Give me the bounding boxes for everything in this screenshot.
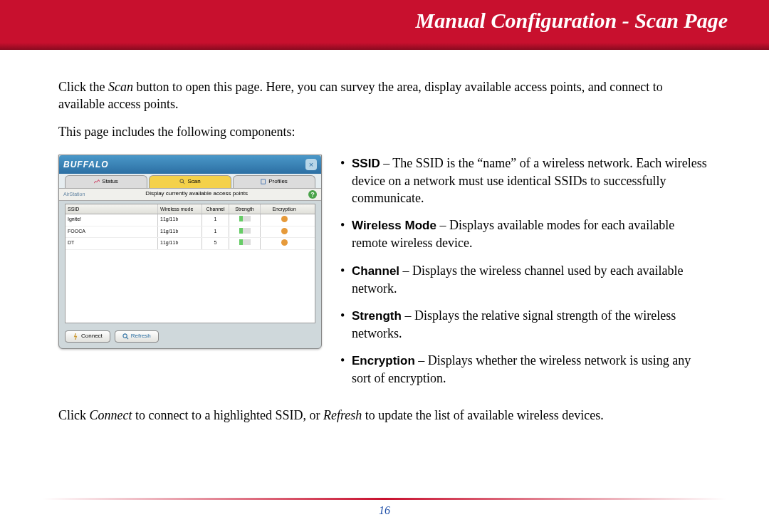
col-strength[interactable]: Strength bbox=[229, 204, 261, 214]
cell-channel: 5 bbox=[202, 238, 229, 249]
tab-scan[interactable]: Scan bbox=[149, 175, 231, 188]
table-row[interactable]: Ignite! 11g/11b 1 bbox=[66, 214, 315, 226]
signal-icon bbox=[239, 239, 251, 245]
bullet-strength: Strength – Displays the relative signal … bbox=[340, 307, 711, 342]
definition-list: SSID – The SSID is the “name” of a wirel… bbox=[340, 155, 711, 397]
cell-strength bbox=[229, 238, 261, 249]
cell-mode: 11g/11b bbox=[158, 214, 202, 225]
text: to update the list of available wireless… bbox=[362, 408, 603, 422]
text: to connect to a highlighted SSID, or bbox=[132, 408, 323, 422]
scan-word: Scan bbox=[108, 80, 133, 94]
tab-status[interactable]: Status bbox=[65, 175, 147, 188]
cell-ssid: FOOCA bbox=[66, 226, 158, 237]
bullet-channel: Channel – Displays the wireless channel … bbox=[340, 262, 711, 297]
table-row[interactable]: FOOCA 11g/11b 1 bbox=[66, 226, 315, 238]
signal-icon bbox=[239, 216, 251, 221]
outro-paragraph: Click Connect to connect to a highlighte… bbox=[58, 407, 711, 424]
term: Channel bbox=[352, 264, 399, 278]
term: SSID bbox=[352, 157, 380, 170]
lock-icon bbox=[281, 228, 288, 234]
text: button to open this page. Here, you can … bbox=[58, 80, 663, 111]
header-divider bbox=[0, 43, 769, 50]
close-icon[interactable]: × bbox=[305, 159, 317, 170]
cell-mode: 11g/11b bbox=[158, 226, 202, 237]
page-header: Manual Configuration - Scan Page bbox=[0, 0, 769, 43]
help-icon[interactable]: ? bbox=[308, 190, 317, 199]
window-titlebar: BUFFALO × bbox=[59, 155, 321, 174]
cell-encryption bbox=[261, 238, 308, 249]
cell-ssid: Ignite! bbox=[66, 214, 158, 225]
tab-label: Status bbox=[102, 178, 118, 186]
cell-channel: 1 bbox=[202, 226, 229, 237]
cell-ssid: DT bbox=[66, 238, 158, 249]
status-icon bbox=[94, 179, 100, 184]
connect-word: Connect bbox=[90, 408, 132, 422]
intro-paragraph-2: This page includes the following compone… bbox=[58, 123, 711, 140]
intro-paragraph-1: Click the Scan button to open this page.… bbox=[58, 78, 711, 113]
term: Wireless Mode bbox=[352, 219, 436, 232]
brand-logo: BUFFALO bbox=[63, 159, 109, 170]
connect-button[interactable]: Connect bbox=[65, 330, 110, 343]
subheading: Display currently available access point… bbox=[145, 190, 248, 198]
cell-channel: 1 bbox=[202, 214, 229, 225]
profiles-icon bbox=[261, 179, 266, 184]
cell-strength bbox=[229, 226, 261, 237]
app-name: AirStation bbox=[63, 191, 85, 197]
term: Encryption bbox=[352, 354, 415, 367]
app-screenshot: BUFFALO × Status Scan Profiles bbox=[58, 155, 322, 349]
cell-mode: 11g/11b bbox=[158, 238, 202, 249]
cell-strength bbox=[229, 214, 261, 225]
text: Click bbox=[58, 408, 90, 422]
page-title: Manual Configuration - Scan Page bbox=[416, 9, 728, 32]
col-encryption[interactable]: Encryption bbox=[261, 204, 308, 214]
search-icon bbox=[179, 179, 185, 184]
bullet-encryption: Encryption – Displays whether the wirele… bbox=[340, 352, 711, 387]
cell-encryption bbox=[261, 214, 308, 225]
tab-profiles[interactable]: Profiles bbox=[233, 175, 315, 188]
desc: – The SSID is the “name” of a wireless n… bbox=[352, 156, 707, 205]
tab-label: Profiles bbox=[268, 178, 288, 186]
desc: – Displays the wireless channel used by … bbox=[352, 264, 683, 296]
page-number: 16 bbox=[0, 504, 769, 517]
page-footer: 16 bbox=[0, 498, 769, 532]
lock-icon bbox=[281, 239, 288, 246]
svg-line-1 bbox=[183, 182, 184, 184]
term: Strength bbox=[352, 309, 402, 323]
col-channel[interactable]: Channel bbox=[202, 204, 229, 214]
refresh-button[interactable]: Refresh bbox=[115, 330, 159, 343]
text: Click the bbox=[58, 80, 108, 94]
table-header: SSID Wireless mode Channel Strength Encr… bbox=[66, 204, 315, 214]
body-content: Click the Scan button to open this page.… bbox=[0, 50, 769, 424]
refresh-word: Refresh bbox=[323, 408, 362, 422]
footer-divider bbox=[43, 498, 726, 500]
svg-rect-2 bbox=[261, 179, 266, 184]
bullet-wireless-mode: Wireless Mode – Displays available modes… bbox=[340, 217, 711, 251]
col-mode[interactable]: Wireless mode bbox=[158, 204, 202, 214]
bullet-ssid: SSID – The SSID is the “name” of a wirel… bbox=[340, 155, 711, 207]
button-label: Connect bbox=[81, 333, 103, 340]
button-label: Refresh bbox=[131, 333, 151, 340]
tab-label: Scan bbox=[187, 178, 200, 186]
col-ssid[interactable]: SSID bbox=[66, 204, 158, 214]
bolt-icon bbox=[73, 333, 79, 340]
svg-line-4 bbox=[126, 337, 128, 339]
lock-icon bbox=[281, 216, 288, 222]
cell-encryption bbox=[261, 226, 308, 237]
table-row[interactable]: DT 11g/11b 5 bbox=[66, 238, 315, 249]
signal-icon bbox=[239, 228, 251, 234]
search-icon bbox=[122, 333, 129, 340]
network-table: SSID Wireless mode Channel Strength Encr… bbox=[65, 204, 315, 323]
